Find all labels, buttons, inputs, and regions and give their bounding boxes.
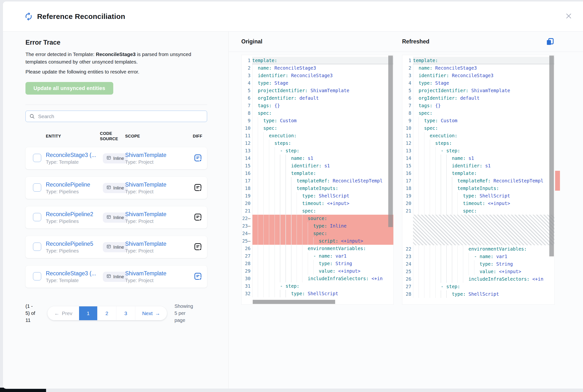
column-scope: SCOPE <box>125 134 193 139</box>
diff-file-icon[interactable] <box>194 213 202 221</box>
scope-type: Type: Project <box>125 159 193 165</box>
code-source-badge: Inline <box>103 272 127 282</box>
code-line: 32type: ShellScript <box>242 290 393 298</box>
scope-link[interactable]: ShivamTemplate <box>125 270 193 277</box>
code-line: 3identifier: ReconcileStage3 <box>242 72 393 79</box>
code-line: 11execution: <box>402 132 554 140</box>
diff-area: Original Refreshed 1template:2name: Reco… <box>229 32 583 388</box>
scope-link[interactable]: ShivamTemplate <box>125 211 193 218</box>
code-line: 21spec: <box>402 207 554 215</box>
code-line: 6orgIdentifier: default <box>402 94 554 102</box>
entity-type: Type: Template <box>46 159 100 165</box>
divider <box>25 104 207 105</box>
code-line: 5projectIdentifier: ShivamTemplate <box>242 87 393 94</box>
code-source-badge: Inline <box>103 153 127 164</box>
reference-reconciliation-dialog: Reference Reconciliation Error Trace The… <box>3 2 583 388</box>
entity-link[interactable]: ReconcilePipeline <box>46 182 100 188</box>
code-line: 17templateRef: ReconcileStepTempl <box>242 177 393 184</box>
close-icon[interactable] <box>565 12 573 20</box>
original-code-editor[interactable]: 1template:2name: ReconcileStage33identif… <box>241 55 394 305</box>
prev-page-button[interactable]: ←Prev <box>47 306 79 320</box>
code-line: 28type: String <box>242 260 393 267</box>
diff-file-icon[interactable] <box>194 184 202 192</box>
refreshed-vertical-scrollbar[interactable] <box>549 56 554 256</box>
diff-file-icon[interactable] <box>194 154 202 162</box>
code-source-badge: Inline <box>103 212 127 223</box>
page-button-3[interactable]: 3 <box>116 306 135 320</box>
entity-link[interactable]: ReconcilePipeline2 <box>46 211 100 218</box>
pager: ←Prev 123 Next→ <box>47 306 167 320</box>
entity-link[interactable]: ReconcilePipeline5 <box>46 241 100 247</box>
code-line: 2name: ReconcileStage3 <box>402 64 554 72</box>
code-line: 15identifier: s1 <box>402 162 554 170</box>
scope-link[interactable]: ShivamTemplate <box>125 152 193 158</box>
dialog-header: Reference Reconciliation <box>3 2 583 32</box>
code-line: 2name: ReconcileStage3 <box>242 64 393 72</box>
table-row: ReconcilePipelineType: PipelinesInlineSh… <box>25 177 207 199</box>
copy-icon[interactable] <box>546 37 554 46</box>
scope-type: Type: Project <box>125 218 193 224</box>
inline-store-icon <box>106 244 111 250</box>
entity-link[interactable]: ReconcileStage3 (... <box>46 270 100 277</box>
row-checkbox[interactable] <box>33 213 41 221</box>
row-checkbox[interactable] <box>33 272 41 280</box>
code-line: 18templateInputs: <box>242 184 393 192</box>
search-icon <box>29 113 35 119</box>
code-line: 8spec: <box>402 110 554 117</box>
column-code-source: CODE SOURCE <box>100 131 125 142</box>
entity-table-body: ReconcileStage3 (...Type: TemplateInline… <box>25 147 207 288</box>
code-line: 14name: s1 <box>402 154 554 162</box>
original-vertical-scrollbar[interactable] <box>388 56 393 227</box>
code-line: 20timeout: <+input> <box>242 200 393 207</box>
code-line: 27- name: var1 <box>242 252 393 260</box>
code-line: 10spec: <box>402 124 554 132</box>
row-checkbox[interactable] <box>33 242 41 251</box>
error-trace-panel: Error Trace The error detected in Templa… <box>3 32 229 388</box>
table-row: ReconcileStage3 (...Type: TemplateInline… <box>25 266 207 288</box>
code-line: 26includeInfraSelectors: <+in <box>402 275 554 283</box>
code-line: 1template: <box>402 57 554 64</box>
original-horizontal-scrollbar[interactable] <box>253 300 335 304</box>
code-line: 3identifier: ReconcileStage3 <box>402 72 554 79</box>
scope-type: Type: Project <box>125 278 193 283</box>
code-line: 28type: ShellScript <box>402 290 554 298</box>
table-row: ReconcilePipeline5Type: PipelinesInlineS… <box>25 236 207 258</box>
code-line: 26environmentVariables: <box>242 245 393 252</box>
arrow-left-icon: ← <box>54 310 59 316</box>
code-line: 16template: <box>242 170 393 177</box>
entity-link[interactable]: ReconcileStage3 (... <box>46 152 100 158</box>
dialog-body: Error Trace The error detected in Templa… <box>3 32 583 388</box>
code-line: 24type: String <box>402 260 554 268</box>
page-button-2[interactable]: 2 <box>97 306 116 320</box>
original-code-lines: 1template:2name: ReconcileStage33identif… <box>242 57 393 298</box>
search-input-wrapper <box>25 110 207 122</box>
next-page-button[interactable]: Next→ <box>135 306 167 320</box>
code-line: 9type: Custom <box>402 117 554 124</box>
code-line: 27- step: <box>402 283 554 290</box>
refreshed-code-lines: 1template:2name: ReconcileStage33identif… <box>402 57 554 298</box>
row-checkbox[interactable] <box>33 184 41 192</box>
scope-link[interactable]: ShivamTemplate <box>125 241 193 247</box>
code-line: 31- step: <box>242 282 393 290</box>
code-line: 23- name: var1 <box>402 253 554 260</box>
entity-type: Type: Pipelines <box>46 218 100 224</box>
code-line: 23—type: Inline <box>242 222 393 230</box>
code-line: 16template: <box>402 170 554 177</box>
code-line: 25—script: <+input> <box>242 237 393 245</box>
update-all-unsynced-entities-button[interactable]: Update all unsynced entities <box>25 82 113 94</box>
code-line: 14name: s1 <box>242 154 393 162</box>
search-input[interactable] <box>38 114 203 119</box>
code-line: 6orgIdentifier: default <box>242 94 393 102</box>
code-line: 22—source: <box>242 215 393 222</box>
code-line: 29value: <+input> <box>242 267 393 275</box>
scope-link[interactable]: ShivamTemplate <box>125 182 193 188</box>
diff-file-icon[interactable] <box>194 272 202 280</box>
code-line: 19type: ShellScript <box>242 192 393 200</box>
error-trace-heading: Error Trace <box>25 39 207 46</box>
code-line: 4type: Stage <box>242 79 393 87</box>
page-button-1[interactable]: 1 <box>79 306 97 320</box>
error-trace-description: The error detected in Template: Reconcil… <box>25 50 195 66</box>
diff-file-icon[interactable] <box>194 242 202 251</box>
row-checkbox[interactable] <box>33 154 41 162</box>
refreshed-code-editor[interactable]: 1template:2name: ReconcileStage33identif… <box>402 55 555 305</box>
